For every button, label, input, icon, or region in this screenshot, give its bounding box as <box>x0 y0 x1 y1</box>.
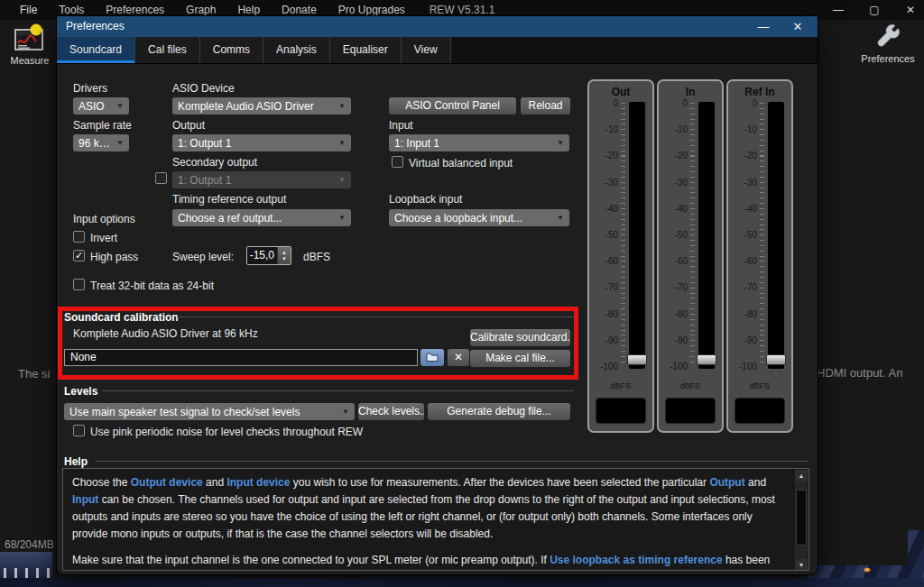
help-scrollbar[interactable]: ▲ ▼ <box>795 470 808 571</box>
meter-tick-marks <box>760 103 764 366</box>
meter-tick-label: -30 <box>659 178 688 188</box>
chevron-down-icon: ▼ <box>116 139 124 147</box>
high-pass-checkbox[interactable]: ✓ <box>73 250 85 261</box>
measure-button[interactable]: Measure <box>2 23 58 66</box>
scrollbar-thumb[interactable] <box>796 490 807 546</box>
loopback-value: Choose a loopback input... <box>394 212 551 225</box>
tab-equaliser[interactable]: Equaliser <box>330 37 402 63</box>
preferences-button[interactable]: Preferences <box>855 23 920 64</box>
asio-device-value: Komplete Audio ASIO Driver <box>178 100 333 113</box>
meter-title: In <box>659 86 722 98</box>
asio-control-panel-button[interactable]: ASIO Control Panel <box>389 97 516 115</box>
cal-file-input[interactable]: None <box>64 349 418 366</box>
sample-rate-dropdown[interactable]: 96 kHz ▼ <box>73 134 129 151</box>
meter-slider-handle[interactable] <box>627 354 647 365</box>
invert-checkbox[interactable] <box>73 231 85 243</box>
tab-cal-files[interactable]: Cal files <box>135 37 200 63</box>
help-link[interactable]: Use loopback as timing reference <box>550 554 722 566</box>
window-title: REW V5.31.1 <box>430 4 495 16</box>
meter-unit-label: dBFS <box>589 381 652 390</box>
treat32-checkbox[interactable] <box>73 279 85 290</box>
scroll-up-icon[interactable]: ▲ <box>795 470 808 482</box>
meter-value-display <box>665 398 716 424</box>
scroll-down-icon[interactable]: ▼ <box>795 559 808 571</box>
meter-tick-label: -30 <box>589 178 618 188</box>
chevron-down-icon: ▼ <box>342 408 349 416</box>
chevron-down-icon: ▼ <box>557 214 564 222</box>
maximize-icon[interactable]: ▢ <box>868 4 881 16</box>
meter-tick-label: 0 <box>728 98 757 108</box>
help-text: and <box>745 476 766 489</box>
meter-tick-label: -20 <box>589 151 618 161</box>
dialog-title: Preferences <box>66 16 125 37</box>
close-icon[interactable]: ✕ <box>904 4 917 16</box>
sweep-level-label: Sweep level: <box>172 251 234 263</box>
menu-item-file[interactable]: File <box>9 0 48 20</box>
high-pass-label: High pass <box>90 251 138 263</box>
output-dropdown[interactable]: 1: Output 1 ▼ <box>172 134 351 151</box>
meter-tick-label: -80 <box>659 309 688 319</box>
tab-view[interactable]: View <box>402 37 451 63</box>
stepper-arrows[interactable]: ▲ ▼ <box>277 247 291 264</box>
drivers-dropdown[interactable]: ASIO ▼ <box>73 97 129 115</box>
pink-noise-label: Use pink periodic noise for level checks… <box>90 426 363 438</box>
stepper-up-icon[interactable]: ▲ <box>282 250 287 256</box>
meter-tick-label: -20 <box>728 151 757 161</box>
meter-tick-label: -40 <box>728 204 757 214</box>
dialog-titlebar[interactable]: Preferences — ✕ <box>57 16 818 37</box>
tab-analysis[interactable]: Analysis <box>263 37 330 63</box>
levels-mode-value: Use main speaker test signal to check/se… <box>69 406 337 418</box>
help-group-title: Help <box>64 455 88 468</box>
meter-tick-label: -80 <box>589 309 618 319</box>
timing-ref-dropdown[interactable]: Choose a ref output... ▼ <box>172 209 351 226</box>
chevron-down-icon: ▼ <box>338 176 346 184</box>
dialog-minimize-icon[interactable]: — <box>756 16 771 37</box>
check-levels-button[interactable]: Check levels... <box>358 403 424 420</box>
meter-slider-handle[interactable] <box>697 354 716 365</box>
virtual-balanced-checkbox[interactable] <box>392 156 403 168</box>
tab-comms[interactable]: Comms <box>200 37 263 63</box>
levels-mode-dropdown[interactable]: Use main speaker test signal to check/se… <box>64 403 355 420</box>
minimize-icon[interactable]: — <box>832 4 845 16</box>
sweep-level-stepper[interactable]: -15,0 ▲ ▼ <box>246 246 291 265</box>
meter-slider-handle[interactable] <box>766 354 786 365</box>
meter-tick-label: -80 <box>728 309 757 319</box>
meter-tick-label: -20 <box>659 151 688 161</box>
input-options-label: Input options <box>73 213 135 225</box>
loopback-dropdown[interactable]: Choose a loopback input... ▼ <box>389 209 569 226</box>
meter-tick-label: 0 <box>589 98 618 108</box>
help-text: Choose the <box>72 476 131 489</box>
clear-cal-button[interactable]: ✕ <box>448 349 469 366</box>
sweep-level-unit: dBFS <box>303 251 330 263</box>
reload-button[interactable]: Reload <box>521 97 570 115</box>
drivers-label: Drivers <box>73 82 107 95</box>
browse-folder-button[interactable] <box>420 349 444 366</box>
treat32-label: Treat 32-bit data as 24-bit <box>90 280 214 292</box>
meter-tick-label: -60 <box>728 256 757 266</box>
tab-soundcard[interactable]: Soundcard <box>57 37 135 63</box>
loopback-label: Loopback input <box>389 193 462 206</box>
help-text-area: ▲ ▼ Choose the Output device and Input d… <box>62 468 809 571</box>
input-dropdown[interactable]: 1: Input 1 ▼ <box>389 134 569 151</box>
help-text: you wish to use for measurements. After … <box>290 476 709 489</box>
generate-debug-button[interactable]: Generate debug file... <box>428 403 570 420</box>
pink-noise-checkbox[interactable] <box>73 425 85 436</box>
memory-usage: 68/204MB <box>5 538 54 551</box>
secondary-output-checkbox[interactable] <box>155 172 167 184</box>
folder-icon <box>426 352 439 362</box>
help-link[interactable]: Input <box>72 493 98 506</box>
meter-tick-label: -50 <box>589 230 618 240</box>
desktop-wallpaper-bottom <box>0 578 924 587</box>
asio-device-dropdown[interactable]: Komplete Audio ASIO Driver ▼ <box>172 97 351 115</box>
make-cal-file-button[interactable]: Make cal file... <box>470 350 570 367</box>
help-link[interactable]: Output <box>709 476 744 489</box>
meter-in: In0-10-20-30-40-50-60-70-80-90-100dBFS <box>657 79 724 433</box>
meter-title: Out <box>589 86 652 98</box>
calibrate-soundcard-button[interactable]: Calibrate soundcard... <box>470 329 570 346</box>
help-link[interactable]: Output device <box>131 476 203 489</box>
window-controls: — ▢ ✕ <box>832 0 917 20</box>
stepper-down-icon[interactable]: ▼ <box>282 256 287 262</box>
chevron-down-icon: ▼ <box>338 102 346 110</box>
dialog-close-icon[interactable]: ✕ <box>790 16 805 37</box>
help-link[interactable]: Input device <box>226 476 290 489</box>
